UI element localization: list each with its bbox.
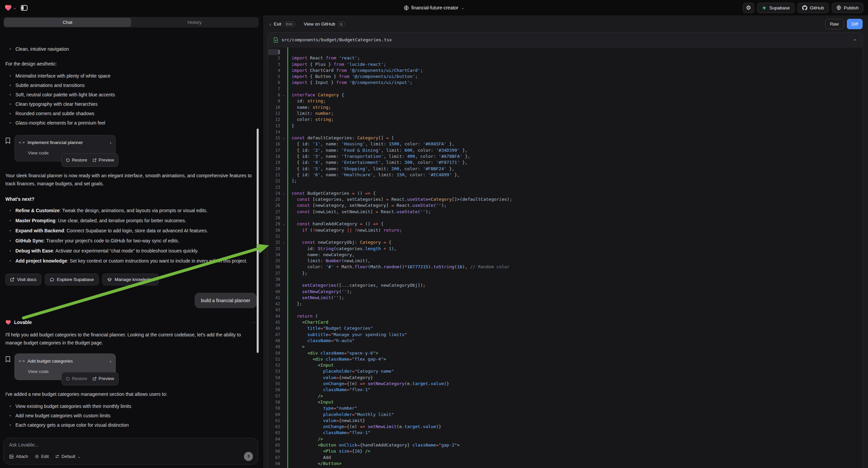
- version-card-implement-financial-planner[interactable]: < > Implement financial planner › View c…: [14, 135, 116, 162]
- line-number: 40: [268, 289, 280, 295]
- diff-added-bar: [287, 47, 288, 468]
- lovable-logo-menu[interactable]: ⌄: [5, 5, 17, 11]
- lovable-heart-icon: [5, 320, 11, 325]
- supabase-button[interactable]: Supabase: [757, 3, 795, 13]
- preview-button[interactable]: Preview: [93, 375, 114, 383]
- fold-gutter: [280, 147, 287, 153]
- fold-chevron-icon[interactable]: ⌄: [280, 221, 287, 227]
- version-card-add-budget-categories[interactable]: < > Add budget categories › View code Re…: [14, 353, 116, 380]
- code-text: { id: '1', name: 'Housing', limit: 1500,…: [287, 141, 454, 147]
- line-number: 45: [268, 319, 280, 325]
- code-line: 24⌄const BudgetCategories = () => {: [268, 191, 863, 196]
- line-number: 47: [268, 332, 280, 338]
- manage-knowledge-button[interactable]: Manage knowledge: [102, 273, 159, 285]
- tab-chat[interactable]: Chat: [4, 18, 131, 27]
- exit-button[interactable]: ‹ Exit ESC: [270, 21, 295, 27]
- line-number: 68: [268, 461, 280, 467]
- diff-toggle-button[interactable]: Diff: [847, 19, 863, 29]
- fold-chevron-icon[interactable]: ⌄: [280, 239, 287, 245]
- fold-chevron-icon[interactable]: ⌄: [280, 92, 287, 98]
- line-number: 6: [268, 80, 280, 86]
- explore-supabase-button[interactable]: Explore Supabase: [45, 273, 99, 285]
- code-text: <Plus size={16} />: [287, 448, 370, 454]
- code-line: 8⌄interface Category {: [268, 92, 863, 98]
- github-button[interactable]: GitHub: [798, 3, 829, 13]
- code-text: color: string;: [287, 117, 334, 122]
- code-text: color: '#' + Math.floor(Math.random()*16…: [287, 264, 510, 270]
- line-number: 59: [268, 405, 280, 411]
- code-line: 59 type="number": [268, 405, 863, 411]
- preview-button[interactable]: Preview: [93, 156, 114, 164]
- line-number: 52: [268, 362, 280, 368]
- attach-button[interactable]: Attach: [9, 454, 28, 459]
- visit-docs-button[interactable]: Visit docs: [5, 273, 41, 285]
- line-number: 5: [268, 74, 280, 80]
- chevron-right-icon[interactable]: ›: [110, 357, 112, 365]
- code-text: if (!newCategory || !newLimit) return;: [287, 227, 402, 233]
- fold-chevron-icon[interactable]: ⌄: [280, 135, 287, 141]
- fold-gutter: [280, 67, 287, 74]
- code-text: const BudgetCategories = () => {: [287, 191, 375, 196]
- fold-gutter: [280, 264, 287, 270]
- code-text: { id: '5', name: 'Shopping', limit: 200,…: [287, 166, 454, 172]
- fold-gutter: [280, 55, 287, 61]
- code-area[interactable]: 12import React from 'react';3import { Pl…: [268, 47, 863, 468]
- code-text: </Button>: [287, 461, 342, 467]
- code-line: 62 onChange={(e) => setNewLimit(e.target…: [268, 424, 863, 430]
- file-header[interactable]: src/components/budget/BudgetCategories.t…: [268, 33, 863, 47]
- line-number: 26: [268, 202, 280, 208]
- tab-history[interactable]: History: [131, 18, 258, 27]
- line-number: 31: [268, 233, 280, 239]
- raw-toggle-button[interactable]: Raw: [825, 19, 844, 29]
- code-text: <div className="space-y-6">: [287, 350, 378, 356]
- restore-button[interactable]: Restore: [66, 156, 87, 164]
- edit-button[interactable]: Edit: [35, 454, 49, 459]
- mode-select[interactable]: Default ⌄: [55, 454, 81, 459]
- whats-next-list: Refine & Customize: Tweak the design, an…: [5, 206, 256, 265]
- code-line: 48 className="h-auto": [268, 338, 863, 344]
- code-line: 53 placeholder="Category name": [268, 368, 863, 374]
- collapse-chevron-up-icon[interactable]: [852, 38, 857, 42]
- code-line: 16 { id: '1', name: 'Housing', limit: 15…: [268, 141, 863, 147]
- code-line: 19 { id: '4', name: 'Entertainment', lim…: [268, 159, 863, 166]
- github-icon: [802, 5, 807, 10]
- chat-scrollbar[interactable]: [257, 128, 259, 353]
- line-number: 66: [268, 448, 280, 454]
- line-number: 20: [268, 166, 280, 172]
- code-line: 47 subtitle="Manage your spending limits…: [268, 332, 863, 338]
- settings-button[interactable]: ⚙: [743, 3, 754, 13]
- line-number: 62: [268, 424, 280, 430]
- publish-button[interactable]: Publish: [832, 3, 863, 13]
- fold-chevron-icon[interactable]: ⌄: [280, 191, 287, 196]
- line-number: 8: [268, 92, 280, 98]
- bookmark-icon[interactable]: [5, 138, 10, 144]
- chat-messages[interactable]: Clean, intuitive navigation For the desi…: [0, 43, 263, 436]
- code-text: name: string;: [287, 105, 331, 111]
- fold-gutter: [280, 258, 287, 264]
- bookmark-icon[interactable]: [5, 356, 10, 362]
- code-text: placeholder="Monthly limit": [287, 412, 394, 418]
- toggle-sidebar-button[interactable]: [19, 3, 29, 13]
- line-number: 56: [268, 387, 280, 393]
- code-line: 50 <div className="space-y-6">: [268, 350, 863, 356]
- code-line: 46 title="Budget Categories": [268, 325, 863, 331]
- fold-gutter: [280, 252, 287, 258]
- chat-history-tabs: Chat History: [3, 17, 259, 28]
- fold-gutter: [280, 289, 287, 295]
- restore-button[interactable]: Restore: [66, 375, 87, 383]
- design-heading: For the design aesthetic:: [5, 60, 257, 68]
- send-button[interactable]: [244, 452, 253, 461]
- added-list: View existing budget categories with the…: [5, 402, 257, 429]
- code-line: 49 >: [268, 344, 863, 350]
- line-number: 34: [268, 252, 280, 258]
- code-text: import { Plus } from 'lucide-react';: [287, 61, 386, 67]
- chat-input[interactable]: [9, 442, 253, 447]
- list-item: Rounded corners and subtle shadows: [5, 110, 257, 117]
- fold-gutter: [280, 270, 287, 276]
- message-menu-button[interactable]: ···: [250, 318, 257, 326]
- chevron-right-icon[interactable]: ›: [110, 139, 112, 147]
- line-number: 33: [268, 246, 280, 252]
- project-switcher[interactable]: financial-future-creator ⌄: [404, 0, 464, 16]
- fold-gutter: [280, 332, 287, 338]
- view-on-github-button[interactable]: View on GitHub G: [304, 22, 345, 27]
